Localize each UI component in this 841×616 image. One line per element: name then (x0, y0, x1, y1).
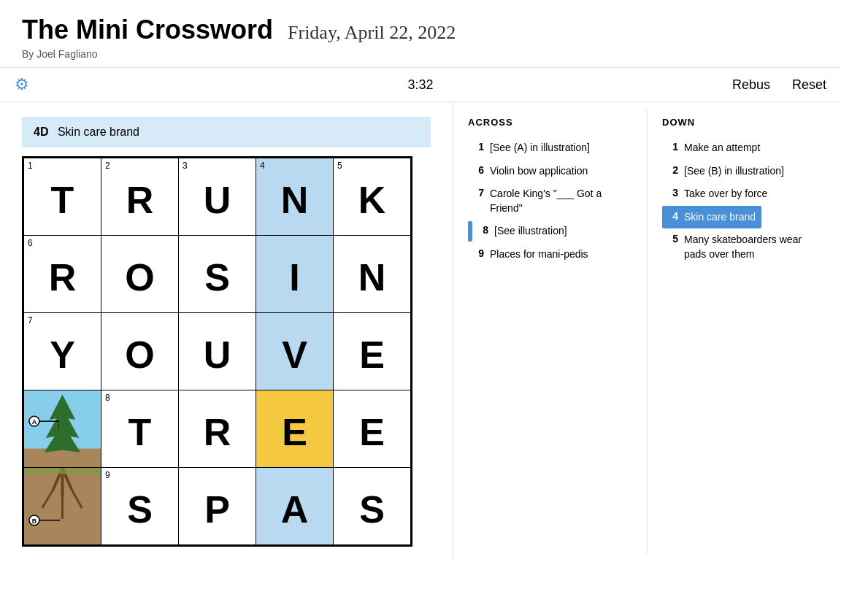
down-clue-item[interactable]: 4Skin care brand (662, 206, 761, 229)
cell-letter: R (126, 181, 154, 219)
down-clue-item[interactable]: 5Many skateboarders wear pads over them (662, 228, 826, 266)
clue-text: Take over by force (684, 187, 767, 201)
down-clue-row[interactable]: 5Many skateboarders wear pads over them (662, 228, 826, 266)
clue-text: [See (A) in illustration] (490, 141, 590, 155)
rebus-button[interactable]: Rebus (732, 77, 770, 93)
grid-cell[interactable]: A (24, 390, 101, 468)
clue-text: Many skateboarders wear pads over them (684, 233, 821, 261)
down-clues-column: DOWN 1Make an attempt2[See (B) in illust… (647, 109, 841, 554)
grid-cell[interactable]: U (179, 313, 256, 390)
cell-letter: R (204, 413, 231, 451)
cell-number: 3 (183, 161, 188, 170)
grid-cell[interactable]: 2R (101, 158, 179, 236)
grid-cell[interactable]: 6R (24, 236, 101, 313)
down-clue-item[interactable]: 2[See (B) in illustration] (662, 160, 790, 183)
cell-letter: N (281, 181, 309, 219)
across-clue-row[interactable]: 6Violin bow application (468, 160, 632, 183)
grid-cell[interactable]: 3U (179, 158, 256, 236)
clue-text: Skin care brand (684, 210, 756, 225)
cell-letter: E (359, 413, 385, 451)
cell-letter: S (127, 490, 153, 528)
cell-letter: V (282, 336, 307, 374)
clues-panel: ACROSS 1[See (A) in illustration]6Violin… (453, 102, 841, 561)
cell-number: 6 (28, 239, 33, 247)
clue-number: 1 (668, 141, 678, 153)
across-clue-row[interactable]: 7Carole King's "___ Got a Friend" (468, 182, 632, 220)
cell-number: 9 (105, 471, 110, 480)
down-clue-row[interactable]: 4Skin care brand (662, 206, 826, 229)
down-clue-item[interactable]: 1Make an attempt (662, 136, 766, 160)
across-clue-item[interactable]: 1[See (A) in illustration] (468, 136, 596, 160)
down-clues-list: 1Make an attempt2[See (B) in illustratio… (662, 136, 826, 266)
down-heading: DOWN (662, 117, 826, 128)
across-clue-item[interactable]: 7Carole King's "___ Got a Friend" (468, 182, 632, 220)
cell-number: 4 (260, 161, 265, 170)
grid-cell[interactable]: O (101, 236, 179, 313)
header: The Mini Crossword Friday, April 22, 202… (0, 0, 841, 68)
cell-letter: N (358, 258, 386, 296)
svg-rect-1 (24, 448, 101, 467)
cell-letter: U (204, 181, 231, 219)
grid-cell[interactable]: I (256, 236, 334, 313)
across-clue-item[interactable]: 9Places for mani-pedis (468, 243, 594, 266)
grid-cell[interactable]: S (334, 468, 411, 545)
across-clue-row[interactable]: 8[See illustration] (468, 220, 632, 243)
cell-letter: E (359, 336, 385, 374)
clue-number: 9 (474, 247, 484, 259)
grid-cell[interactable]: 4N (256, 158, 334, 236)
timer-display: 3:32 (407, 77, 433, 93)
across-clue-item[interactable]: 6Violin bow application (468, 160, 594, 183)
across-clue-item[interactable]: 8[See illustration] (472, 220, 573, 243)
grid-cell[interactable]: 1T (24, 158, 101, 236)
reset-button[interactable]: Reset (792, 77, 826, 93)
settings-icon[interactable]: ⚙ (15, 75, 29, 94)
grid-cell[interactable]: O (101, 313, 179, 390)
across-heading: ACROSS (468, 117, 632, 128)
cell-number: 8 (105, 393, 110, 402)
clue-number: 1 (474, 141, 484, 153)
puzzle-title: The Mini Crossword (22, 15, 273, 45)
down-clue-row[interactable]: 2[See (B) in illustration] (662, 160, 826, 183)
grid-cell[interactable]: 9S (101, 468, 179, 545)
cell-number: 2 (105, 161, 110, 170)
cell-number: 7 (28, 316, 33, 325)
cell-letter: R (49, 258, 77, 296)
grid-cell[interactable]: A (256, 468, 334, 545)
clue-number: 5 (668, 233, 678, 245)
cell-letter: S (359, 490, 385, 528)
puzzle-byline: By Joel Fagliano (22, 48, 819, 60)
clue-text: [See illustration] (494, 224, 567, 239)
cell-letter: K (358, 181, 386, 219)
cell-number: 5 (337, 161, 342, 170)
clue-number: 4 (668, 210, 678, 222)
grid-cell[interactable]: R (179, 390, 256, 468)
down-clue-row[interactable]: 3Take over by force (662, 182, 826, 206)
crossword-grid[interactable]: 1T2R3U4N5K6ROSIN7YOUVE A 8TREE (22, 156, 412, 547)
clue-text: Places for mani-pedis (490, 247, 588, 262)
cell-letter: U (204, 336, 231, 374)
active-clue-bar: 4D Skin care brand (22, 117, 431, 147)
grid-cell[interactable]: V (256, 313, 334, 390)
grid-cell[interactable]: B (24, 468, 101, 545)
cell-letter: I (289, 258, 299, 296)
grid-cell[interactable]: E (334, 390, 411, 468)
grid-cell[interactable]: P (179, 468, 256, 545)
grid-cell[interactable]: 7Y (24, 313, 101, 390)
cell-letter: T (51, 181, 74, 219)
cell-letter: P (204, 490, 230, 528)
puzzle-date: Friday, April 22, 2022 (288, 22, 456, 43)
toolbar-right: Rebus Reset (732, 77, 826, 93)
grid-cell[interactable]: 5K (334, 158, 411, 236)
grid-cell[interactable]: E (256, 390, 334, 468)
across-clue-row[interactable]: 9Places for mani-pedis (468, 243, 632, 266)
svg-rect-15 (24, 468, 101, 474)
across-clue-row[interactable]: 1[See (A) in illustration] (468, 136, 632, 160)
grid-cell[interactable]: S (179, 236, 256, 313)
grid-cell[interactable]: E (334, 313, 411, 390)
grid-cell[interactable]: 8T (101, 390, 179, 468)
cell-letter: T (128, 413, 152, 451)
down-clue-row[interactable]: 1Make an attempt (662, 136, 826, 160)
puzzle-area: 4D Skin care brand 1T2R3U4N5K6ROSIN7YOUV… (0, 102, 453, 561)
grid-cell[interactable]: N (334, 236, 411, 313)
down-clue-item[interactable]: 3Take over by force (662, 182, 773, 206)
